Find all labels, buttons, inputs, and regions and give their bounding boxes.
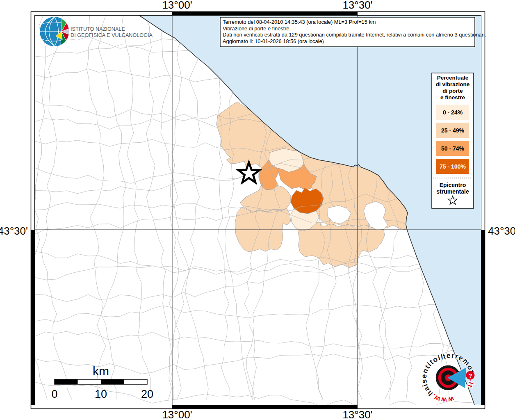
legend-label-0-24: 0 - 24%: [443, 109, 463, 116]
legend-epicenter-line: strumentale: [436, 188, 469, 195]
info-line-effect: Vibrazione di porte e finestre: [223, 25, 289, 32]
scale-tick-10: 10: [95, 388, 107, 400]
scale-bar: km 0 10 20: [51, 364, 153, 400]
watermark-question-mark: ?: [468, 372, 472, 379]
legend-label-25-49: 25 - 49%: [441, 127, 465, 134]
scale-bar-unit: km: [93, 364, 109, 378]
axis-right-lat: 43°30': [488, 225, 515, 237]
scale-tick-0: 0: [51, 388, 57, 400]
legend-label-75-100: 75 - 100%: [440, 163, 466, 170]
ingv-logo: ISTITUTO NAZIONALE DI GEOFISICA E VULCAN…: [40, 17, 153, 46]
frame-band-bottom-black: [172, 405, 358, 409]
frame-band-left-black: [31, 230, 35, 405]
axis-top-lon-right: 13°30': [342, 0, 372, 11]
legend: Percentuale di vibrazione di porte e fin…: [432, 73, 474, 208]
info-line-event: Terremoto del 08-04-2010 14:35:43 (ora l…: [223, 19, 376, 25]
info-line-updated: Aggiornato il: 10-01-2026 18:56 (ora loc…: [223, 38, 324, 44]
info-line-source: Dati non verificati estratti da 129 ques…: [223, 32, 486, 38]
macroseismic-map: 13°00' 13°30' 13°00' 13°30' 43°30' 43°30…: [0, 0, 515, 420]
legend-title-line: e finestre: [440, 94, 465, 100]
shakemap-page: 13°00' 13°30' 13°00' 13°30' 43°30' 43°30…: [0, 0, 515, 420]
axis-left-lat: 43°30': [0, 225, 28, 237]
frame-band-right-black: [481, 230, 485, 405]
scale-tick-20: 20: [141, 388, 153, 400]
legend-epicenter-line: Epicentro: [440, 182, 466, 188]
legend-label-50-74: 50 - 74%: [441, 145, 465, 152]
municipality-25-49: [240, 185, 291, 212]
ingv-name-line1: ISTITUTO NAZIONALE: [71, 26, 125, 32]
axis-top-lon-left: 13°00': [162, 0, 192, 11]
axis-bottom-lon-left: 13°00': [162, 409, 192, 420]
frame-band-top-black: [172, 12, 358, 16]
epicenter-star: [238, 162, 259, 183]
legend-title-line: Percentuale: [437, 75, 469, 81]
legend-title-line: di porte: [442, 88, 463, 94]
ingv-name-line2: DI GEOFISICA E VULCANOLOGIA: [71, 32, 153, 38]
axis-bottom-lon-right: 13°30': [342, 409, 372, 420]
haisentitoilterremoto-watermark: www.haisentitoilterremoto.it ?: [420, 351, 477, 404]
info-box: Terremoto del 08-04-2010 14:35:43 (ora l…: [220, 17, 486, 47]
legend-title-line: di vibrazione: [436, 81, 470, 87]
watermark-www: www.: [429, 392, 455, 405]
municipality-25-49: [298, 221, 385, 268]
